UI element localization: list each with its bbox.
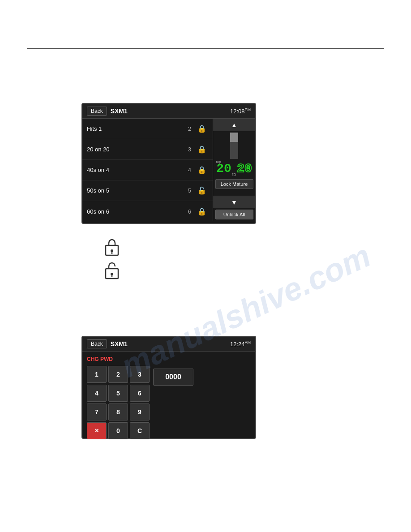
channel-num-40son4: 4	[188, 167, 191, 173]
locked-icon-illustration	[103, 237, 121, 257]
channel-num-60son6: 6	[188, 208, 191, 215]
scrollbar-thumb	[230, 133, 238, 142]
channel-logo-area: top 20 to 20	[215, 160, 253, 178]
unlock-all-button[interactable]: Unlock All	[215, 210, 253, 219]
channel-name-60son6: 60s on 6	[87, 208, 188, 215]
scrollbar-track[interactable]	[230, 132, 238, 159]
numpad-btn-4[interactable]: 4	[87, 385, 107, 402]
pwd-display: 0000	[153, 369, 193, 386]
screen1-content: Hits 1 2 🔒 20 on 20 3 🔒 40s on 4 4 🔒 50s…	[82, 119, 255, 221]
numpad-btn-2[interactable]: 2	[108, 366, 128, 383]
channel-list: Hits 1 2 🔒 20 on 20 3 🔒 40s on 4 4 🔒 50s…	[82, 119, 213, 221]
channel-row-60son6[interactable]: 60s on 6 6 🔒	[82, 201, 213, 221]
svg-point-1	[111, 249, 113, 252]
screen2-header-inner: Back SXM1 12:24AM	[87, 339, 251, 348]
channel-row-50son5[interactable]: 50s on 5 5 🔓	[82, 180, 213, 201]
screen1-header-inner: Back SXM1 12:08PM	[87, 107, 251, 116]
screen2-title: SXM1	[111, 340, 128, 348]
logo-top-label: top	[216, 160, 221, 164]
channel-num-hits1: 2	[188, 125, 191, 132]
numpad-btn-3[interactable]: 3	[130, 366, 150, 383]
screen1-title: SXM1	[111, 107, 128, 115]
svg-point-4	[111, 273, 113, 275]
logo-20-outline: 20	[237, 163, 252, 175]
screen1-header: Back SXM1 12:08PM	[82, 104, 255, 119]
numpad: 1 2 3 4 5 6 7 8 9 ✕ 0 C	[87, 366, 150, 439]
numpad-btn-1[interactable]: 1	[87, 366, 107, 383]
channel-name-hits1: Hits 1	[87, 125, 188, 132]
screen2-time: 12:24AM	[230, 340, 251, 348]
channel-num-20on20: 3	[188, 146, 191, 153]
channel-row-40son4[interactable]: 40s on 4 4 🔒	[82, 160, 213, 180]
screen2-left-panel: CHG PWD 1 2 3 4 5 6 7 8 9 ✕ 0 C	[87, 356, 150, 431]
chg-pwd-label: CHG PWD	[87, 356, 150, 362]
screen1-time: 12:08PM	[230, 107, 251, 115]
screen2-container: Back SXM1 12:24AM CHG PWD 1 2 3 4 5 6 7 …	[81, 336, 256, 439]
lock-icon-20on20: 🔒	[196, 143, 208, 156]
channel-row-20on20[interactable]: 20 on 20 3 🔒	[82, 139, 213, 160]
channel-num-50son5: 5	[188, 187, 191, 194]
lock-mature-button[interactable]: Lock Mature	[215, 179, 253, 189]
channel-name-50son5: 50s on 5	[87, 187, 188, 194]
numpad-btn-c[interactable]: C	[130, 422, 150, 439]
numpad-btn-0[interactable]: 0	[108, 422, 128, 439]
unlocked-icon-illustration	[103, 261, 121, 280]
numpad-btn-7[interactable]: 7	[87, 403, 107, 420]
numpad-btn-8[interactable]: 8	[108, 403, 128, 420]
side-panel: ▲ top 20 to 20 Lock Mature ▼ Unlock All	[213, 119, 255, 221]
screen2-back-button[interactable]: Back	[87, 339, 107, 348]
numpad-btn-9[interactable]: 9	[130, 403, 150, 420]
screen1-back-button[interactable]: Back	[87, 107, 107, 116]
screen2-content: CHG PWD 1 2 3 4 5 6 7 8 9 ✕ 0 C 0000	[82, 352, 255, 436]
pwd-display-area: 0000	[153, 356, 193, 431]
channel-name-20on20: 20 on 20	[87, 146, 188, 153]
logo-20-solid: 20	[216, 163, 231, 175]
channel-name-40son4: 40s on 4	[87, 167, 188, 173]
numpad-btn-6[interactable]: 6	[130, 385, 150, 402]
lock-icon-hits1: 🔒	[196, 123, 208, 135]
numpad-btn-del[interactable]: ✕	[87, 422, 107, 439]
lock-icon-40son4: 🔒	[196, 164, 208, 176]
lock-icon-50son5: 🔓	[196, 184, 208, 197]
screen2-header: Back SXM1 12:24AM	[82, 337, 255, 352]
top-divider	[27, 48, 384, 49]
scroll-up-button[interactable]: ▲	[213, 119, 255, 131]
lock-icon-60son6: 🔒	[196, 205, 208, 218]
numpad-btn-5[interactable]: 5	[108, 385, 128, 402]
channel-row-hits1[interactable]: Hits 1 2 🔒	[82, 119, 213, 139]
logo-to-text: to	[232, 172, 236, 177]
scroll-down-button[interactable]: ▼	[213, 196, 255, 208]
lock-illustration	[103, 237, 121, 280]
screen1-container: Back SXM1 12:08PM Hits 1 2 🔒 20 on 20 3 …	[81, 103, 256, 224]
